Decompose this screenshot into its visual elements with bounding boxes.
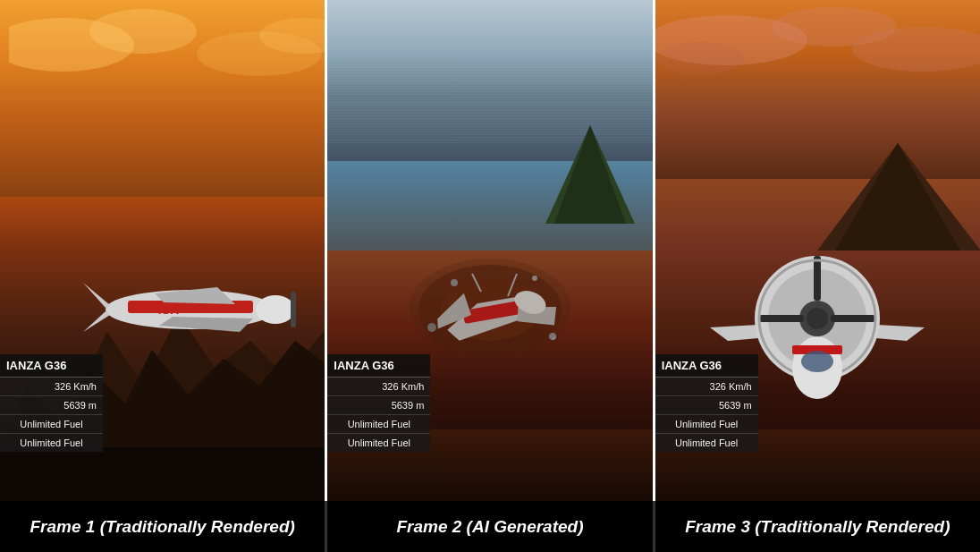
frame3-hud-title: IANZA G36: [655, 354, 758, 378]
frame2-hud-speed: 326 Km/h: [327, 378, 430, 396]
frame3-hud: IANZA G36 326 Km/h 5639 m Unlimited Fuel…: [655, 354, 758, 452]
frame1-ground: [0, 447, 325, 501]
svg-rect-14: [291, 292, 296, 327]
svg-marker-12: [159, 317, 253, 332]
frame1-hud-title: IANZA G36: [0, 354, 103, 378]
label-frame3: Frame 3 (Traditionally Rendered): [655, 501, 980, 552]
frame1-hud-fuel1: Unlimited Fuel: [0, 415, 103, 434]
svg-text:4SK: 4SK: [155, 302, 179, 317]
frame3-clouds: [655, 4, 980, 112]
svg-marker-10: [83, 311, 110, 332]
frame3-hud-altitude: 5639 m: [655, 396, 758, 415]
frame3-hud-fuel2: Unlimited Fuel: [655, 434, 758, 452]
svg-rect-43: [814, 256, 821, 301]
frame1-hud-speed: 326 Km/h: [0, 378, 103, 396]
frame1-hud: IANZA G36 326 Km/h 5639 m Unlimited Fuel…: [0, 354, 103, 452]
frame-3: IANZA G36 326 Km/h 5639 m Unlimited Fuel…: [655, 0, 980, 501]
frame3-hud-fuel1: Unlimited Fuel: [655, 415, 758, 434]
svg-point-34: [655, 42, 745, 74]
svg-point-1: [89, 9, 197, 54]
frame1-aircraft: 4SK: [74, 247, 298, 367]
svg-point-8: [256, 295, 295, 324]
frames-container: 4SK IANZA G36 326 Km/h 5639 m Unlimited …: [0, 0, 980, 501]
frame1-clouds: [9, 9, 325, 98]
frame-1: 4SK IANZA G36 326 Km/h 5639 m Unlimited …: [0, 0, 325, 501]
frame1-hud-fuel2: Unlimited Fuel: [0, 434, 103, 452]
svg-point-50: [801, 351, 833, 372]
frame2-hud-fuel1: Unlimited Fuel: [327, 415, 430, 434]
svg-rect-45: [759, 315, 804, 322]
frame1-hud-altitude: 5639 m: [0, 396, 103, 415]
labels-bar: Frame 1 (Traditionally Rendered) Frame 2…: [0, 501, 980, 552]
frame3-hud-speed: 326 Km/h: [655, 378, 758, 396]
svg-rect-46: [831, 315, 875, 322]
svg-marker-9: [83, 283, 110, 308]
frame2-hud-altitude: 5639 m: [327, 396, 430, 415]
svg-point-30: [410, 259, 570, 357]
label-frame2: Frame 2 (AI Generated): [327, 501, 652, 552]
main-container: 4SK IANZA G36 326 Km/h 5639 m Unlimited …: [0, 0, 980, 552]
svg-marker-16: [554, 125, 626, 224]
svg-point-42: [807, 308, 828, 329]
frame2-hud: IANZA G36 326 Km/h 5639 m Unlimited Fuel…: [327, 354, 430, 452]
frame-2: IANZA G36 326 Km/h 5639 m Unlimited Fuel…: [327, 0, 652, 501]
frame2-hud-fuel2: Unlimited Fuel: [327, 434, 430, 452]
frame2-hud-title: IANZA G36: [327, 354, 430, 378]
label-frame1: Frame 1 (Traditionally Rendered): [0, 501, 325, 552]
frame2-island: [536, 116, 644, 227]
